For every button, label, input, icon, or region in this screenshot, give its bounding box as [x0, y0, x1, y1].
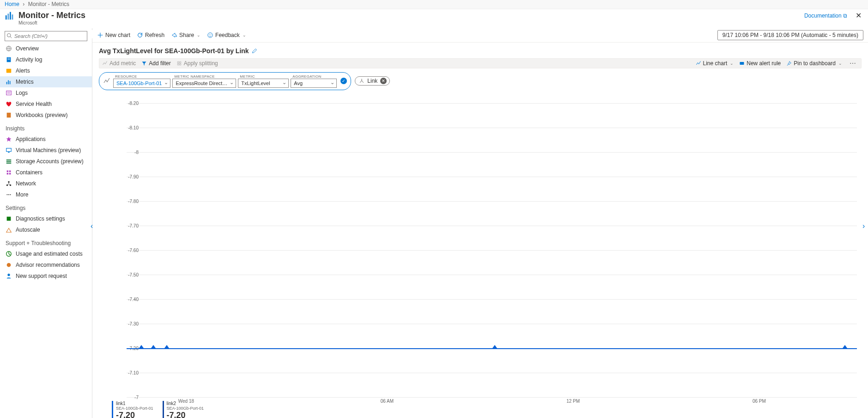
- chart-title: Avg TxLightLevel for SEA-100Gb-Port-01 b…: [99, 47, 249, 55]
- edit-title-icon[interactable]: [252, 48, 257, 54]
- sidebar-item-network[interactable]: Network: [0, 178, 92, 189]
- apply-splitting-button[interactable]: Apply splitting: [176, 60, 218, 67]
- page-header: Monitor - Metrics Microsoft Documentatio…: [0, 9, 868, 28]
- sidebar-item-more[interactable]: More: [0, 189, 92, 200]
- container-icon: [6, 169, 12, 176]
- refresh-button[interactable]: Refresh: [137, 32, 164, 38]
- series-line: [127, 348, 857, 349]
- svg-rect-17: [8, 152, 10, 153]
- autoscale-icon: [6, 227, 12, 233]
- svg-rect-24: [9, 173, 11, 175]
- chart-type-dropdown[interactable]: Line chart⌄: [696, 60, 734, 67]
- support-icon: [6, 273, 12, 279]
- sidebar-item-containers[interactable]: Containers: [0, 167, 92, 178]
- sidebar-section-label: Insights: [0, 121, 92, 134]
- feedback-button[interactable]: Feedback⌄: [207, 32, 246, 38]
- namespace-dropdown[interactable]: ExpressRoute Direct…: [172, 79, 236, 88]
- sidebar-item-support[interactable]: New support request: [0, 270, 92, 282]
- sidebar-item-vms[interactable]: Virtual Machines (preview): [0, 145, 92, 156]
- time-range-selector[interactable]: 9/17 10:06 PM - 9/18 10:06 PM (Automatic…: [717, 30, 863, 40]
- sidebar-item-alerts[interactable]: Alerts: [0, 65, 92, 76]
- sidebar-item-metrics[interactable]: Metrics: [0, 76, 92, 87]
- metrics-icon: [6, 79, 12, 85]
- resource-dropdown[interactable]: SEA-100Gb-Port-01: [113, 79, 170, 88]
- chevron-right-icon: ›: [23, 1, 24, 7]
- dots-icon: [6, 191, 12, 198]
- svg-point-35: [208, 33, 213, 38]
- legend-series-value: -7.20: [116, 411, 153, 418]
- documentation-link[interactable]: Documentation ⧉: [804, 12, 847, 19]
- share-icon: [171, 32, 177, 38]
- legend-item[interactable]: link1SEA-100Gb-Port-01-7.20: [112, 401, 153, 418]
- y-tick: -8: [118, 150, 139, 155]
- sidebar-item-activity[interactable]: Activity log: [0, 54, 92, 65]
- sidebar-item-label: Virtual Machines (preview): [16, 147, 81, 154]
- gridline: -7.60: [127, 250, 857, 251]
- y-tick: -8.20: [118, 101, 139, 106]
- prev-chart-chevron[interactable]: ‹: [91, 222, 98, 229]
- gridline: -7: [127, 397, 857, 398]
- sidebar-item-label: Autoscale: [16, 227, 40, 233]
- aggregation-label: AGGREGATION: [291, 74, 337, 79]
- sidebar-item-label: Applications: [16, 136, 46, 142]
- metric-dropdown[interactable]: TxLightLevel: [238, 79, 289, 88]
- search-input[interactable]: [5, 31, 87, 41]
- share-button[interactable]: Share⌄: [171, 32, 200, 38]
- svg-rect-22: [9, 170, 11, 172]
- sidebar-item-autoscale[interactable]: Autoscale: [0, 224, 92, 235]
- new-alert-rule-button[interactable]: New alert rule: [739, 60, 781, 67]
- sidebar-item-label: Activity log: [16, 56, 42, 63]
- new-chart-button[interactable]: New chart: [97, 32, 130, 38]
- remove-tag-icon[interactable]: ✕: [380, 78, 387, 84]
- sidebar-item-usage[interactable]: Usage and estimated costs: [0, 248, 92, 259]
- svg-rect-15: [7, 113, 11, 118]
- gridline: -7.90: [127, 177, 857, 177]
- health-icon: [6, 101, 12, 107]
- close-button[interactable]: ✕: [854, 11, 863, 20]
- smiley-icon: [207, 32, 213, 38]
- sidebar-item-advisor[interactable]: Advisor recommendations: [0, 259, 92, 270]
- globe-icon: [6, 45, 12, 52]
- svg-rect-20: [6, 162, 12, 164]
- aggregation-dropdown[interactable]: Avg: [291, 79, 337, 88]
- sidebar-item-applications[interactable]: Applications: [0, 134, 92, 145]
- sidebar-item-label: More: [16, 191, 28, 198]
- svg-rect-3: [12, 14, 13, 19]
- sidebar-item-storage[interactable]: Storage Accounts (preview): [0, 156, 92, 167]
- next-chart-chevron[interactable]: ›: [862, 222, 868, 229]
- sidebar-item-label: New support request: [16, 273, 67, 279]
- svg-line-5: [10, 37, 12, 38]
- more-options-button[interactable]: ⋯: [848, 60, 858, 67]
- svg-rect-1: [7, 14, 9, 20]
- pin-to-dashboard-button[interactable]: Pin to dashboard⌄: [786, 60, 842, 67]
- add-filter-button[interactable]: Add filter: [141, 60, 170, 67]
- breadcrumb-home[interactable]: Home: [5, 1, 19, 7]
- svg-point-25: [8, 181, 10, 183]
- sidebar-item-servicehealth[interactable]: Service Health: [0, 98, 92, 110]
- x-tick: 06 PM: [753, 399, 766, 404]
- svg-rect-9: [7, 59, 10, 60]
- sidebar-item-label: Diagnostics settings: [16, 215, 65, 222]
- split-by-tag[interactable]: Link ✕: [355, 76, 390, 86]
- add-metric-button[interactable]: Add metric: [102, 60, 136, 67]
- svg-rect-11: [6, 82, 7, 84]
- sidebar-item-label: Usage and estimated costs: [16, 251, 83, 257]
- page-title: Monitor - Metrics: [18, 11, 85, 20]
- sidebar-item-workbooks[interactable]: Workbooks (preview): [0, 110, 92, 121]
- data-marker: [492, 345, 497, 348]
- svg-point-29: [8, 194, 9, 195]
- sidebar-item-label: Storage Accounts (preview): [16, 158, 84, 165]
- sidebar-item-label: Containers: [16, 169, 42, 176]
- selector-confirmed-icon: ✓: [340, 78, 347, 84]
- sidebar-item-label: Alerts: [16, 68, 30, 74]
- monitor-icon: [5, 11, 15, 23]
- metric-selector-row: RESOURCE SEA-100Gb-Port-01 METRIC NAMESP…: [99, 72, 862, 90]
- sidebar-item-overview[interactable]: Overview: [0, 43, 92, 54]
- chart-plot-area[interactable]: -8.20-8.10-8-7.90-7.80-7.70-7.60-7.50-7.…: [113, 103, 857, 397]
- sidebar-item-label: Logs: [16, 90, 28, 96]
- svg-rect-0: [6, 15, 7, 19]
- storage-icon: [6, 158, 12, 165]
- sidebar-item-logs[interactable]: Logs: [0, 87, 92, 98]
- y-tick: -7.80: [118, 199, 139, 204]
- sidebar-item-diag[interactable]: Diagnostics settings: [0, 213, 92, 224]
